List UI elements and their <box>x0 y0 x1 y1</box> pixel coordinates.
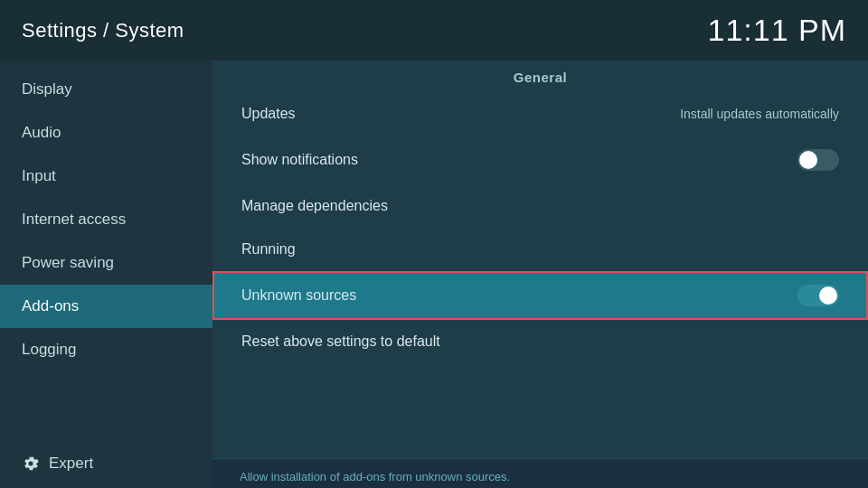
unknown-sources-label: Unknown sources <box>241 287 356 304</box>
sidebar-item-label: Add-ons <box>22 297 79 315</box>
updates-value: Install updates automatically <box>680 107 839 121</box>
sidebar-item-add-ons[interactable]: Add-ons <box>0 285 212 328</box>
expert-label: Expert <box>49 455 93 473</box>
sidebar-item-display[interactable]: Display <box>0 68 212 111</box>
unknown-sources-toggle[interactable] <box>797 285 839 306</box>
updates-label: Updates <box>241 106 296 122</box>
reset-label: Reset above settings to default <box>241 333 440 350</box>
sidebar-item-internet-access[interactable]: Internet access <box>0 198 212 241</box>
sidebar-item-label: Internet access <box>22 211 126 229</box>
sidebar-item-label: Logging <box>22 341 77 359</box>
content-area: General Updates Install updates automati… <box>212 61 868 488</box>
sidebar-item-expert[interactable]: Expert <box>0 442 212 485</box>
sidebar-item-logging[interactable]: Logging <box>0 328 212 371</box>
main-container: Display Audio Input Internet access Powe… <box>0 61 868 488</box>
sidebar: Display Audio Input Internet access Powe… <box>0 61 212 488</box>
settings-item-running[interactable]: Running <box>212 228 868 271</box>
sidebar-item-label: Display <box>22 80 72 99</box>
sidebar-item-label: Input <box>22 167 56 185</box>
page-title: Settings / System <box>22 19 184 42</box>
toggle-knob <box>819 286 837 305</box>
sidebar-item-label: Power saving <box>22 254 114 272</box>
show-notifications-label: Show notifications <box>241 152 358 168</box>
sidebar-item-audio[interactable]: Audio <box>0 111 212 155</box>
clock: 11:11 PM <box>707 13 846 48</box>
sidebar-item-input[interactable]: Input <box>0 155 212 198</box>
header: Settings / System 11:11 PM <box>0 0 868 61</box>
settings-item-unknown-sources[interactable]: Unknown sources <box>212 271 868 320</box>
show-notifications-toggle[interactable] <box>797 149 839 171</box>
settings-item-reset[interactable]: Reset above settings to default <box>212 320 868 363</box>
settings-list: General Updates Install updates automati… <box>212 61 868 458</box>
section-header: General <box>212 61 868 92</box>
gear-icon <box>22 455 40 473</box>
settings-item-show-notifications[interactable]: Show notifications <box>212 136 868 184</box>
content-footer: Allow installation of add-ons from unkno… <box>212 458 868 488</box>
manage-dependencies-label: Manage dependencies <box>241 198 388 214</box>
toggle-knob <box>799 151 817 169</box>
footer-text: Allow installation of add-ons from unkno… <box>240 470 510 483</box>
settings-item-manage-dependencies[interactable]: Manage dependencies <box>212 184 868 228</box>
running-label: Running <box>241 241 296 258</box>
settings-item-updates[interactable]: Updates Install updates automatically <box>212 92 868 136</box>
sidebar-item-label: Audio <box>22 124 61 142</box>
sidebar-item-power-saving[interactable]: Power saving <box>0 241 212 285</box>
